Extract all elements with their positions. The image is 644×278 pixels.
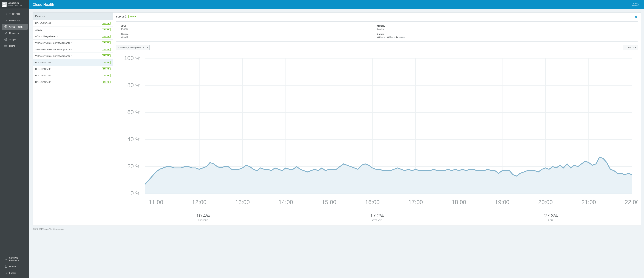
avatar	[2, 2, 7, 7]
device-row[interactable]: vCloud Usage Meter ›ONLINE	[33, 33, 113, 40]
svg-text:0 %: 0 %	[130, 190, 140, 197]
content-grid: Devices RDU-DASDJ01 ›ONLINEATLX3 ›ONLINE…	[32, 12, 641, 226]
status-badge: ONLINE	[102, 48, 111, 51]
device-name: vCloud Usage Meter ›	[35, 35, 58, 38]
sidebar-user[interactable]: John Smith Demo Customer	[0, 0, 30, 8]
chevron-right-icon: ›	[52, 61, 52, 64]
sidebar-item-feedback[interactable]: Send Us Feedback	[2, 255, 28, 263]
status-badge: ONLINE	[102, 61, 111, 64]
sidebar-item-billing[interactable]: Billing	[2, 43, 28, 49]
chevron-right-icon: ›	[52, 81, 52, 83]
status-badge: ONLINE	[102, 74, 111, 77]
sidebar-item-dashboard[interactable]: Dashboard	[2, 17, 28, 23]
device-row[interactable]: RDU-DASDJ04 ›ONLINE	[33, 72, 113, 79]
summary-peak: 27.3% PEAK	[464, 212, 638, 222]
svg-rect-5	[4, 45, 7, 47]
device-row[interactable]: RDU-DASDJ03 ›ONLINE	[33, 66, 113, 72]
brand-logo: WHOA .com	[631, 2, 641, 7]
device-name: RDU-DASDJ02 ›	[35, 61, 52, 64]
chevron-right-icon: ›	[71, 55, 72, 57]
sidebar-item-threats[interactable]: THREATS	[2, 11, 28, 17]
status-badge: ONLINE	[102, 68, 111, 70]
sidebar-item-recovery[interactable]: Recovery	[2, 30, 28, 36]
svg-text:21:00: 21:00	[582, 199, 596, 205]
svg-text:16:00: 16:00	[365, 199, 380, 205]
svg-text:15:00: 15:00	[322, 199, 336, 205]
device-row[interactable]: ATLX3 ›ONLINE	[33, 26, 113, 33]
sidebar-item-support[interactable]: Support	[2, 36, 28, 42]
sidebar-footer: Send Us FeedbackProfileLogout	[0, 251, 30, 278]
sidebar-item-profile[interactable]: Profile	[2, 264, 28, 270]
globe-icon	[4, 25, 8, 28]
svg-text:17:00: 17:00	[408, 199, 423, 205]
device-name: ATLX3 ›	[35, 28, 44, 31]
sidebar-item-logout[interactable]: Logout	[2, 270, 28, 276]
svg-point-6	[5, 259, 6, 259]
sidebar: John Smith Demo Customer THREATSDashboar…	[0, 0, 30, 278]
spec-cpus: CPUs 2 Cores	[120, 25, 377, 30]
sidebar-nav: THREATSDashboardCloud HealthRecoverySupp…	[0, 8, 30, 49]
sidebar-item-label: Billing	[9, 44, 16, 47]
sidebar-item-label: Dashboard	[9, 19, 20, 22]
main: Cloud Health WHOA .com Devices RDU-DASDJ…	[30, 0, 644, 278]
range-select[interactable]: 12 Hours	[623, 45, 638, 50]
device-row[interactable]: VMware vCenter Server Appliance ›ONLINE	[33, 40, 113, 46]
status-badge: ONLINE	[102, 35, 111, 38]
svg-text:14:00: 14:00	[278, 199, 293, 205]
metric-select[interactable]: CPU Usage Average Percent	[116, 45, 150, 50]
device-name: VMware vCenter Server Appliance ›	[35, 41, 72, 44]
device-name: VMware vCenter Server Appliance ›	[35, 48, 72, 51]
spec-uptime: Uptime 512Days 12Hours 19Minutes	[377, 33, 634, 38]
chevron-right-icon: ›	[52, 22, 52, 24]
device-row[interactable]: VMware vCenter Server Appliance ›ONLINE	[33, 53, 113, 59]
svg-text:100 %: 100 %	[124, 55, 140, 61]
status-badge: ONLINE	[102, 28, 111, 31]
close-button[interactable]	[634, 15, 638, 19]
chevron-right-icon: ›	[52, 74, 52, 77]
svg-text:40 %: 40 %	[127, 136, 140, 142]
svg-text:80 %: 80 %	[127, 82, 140, 88]
device-row[interactable]: VMware vCenter Server Appliance ›ONLINE	[33, 46, 113, 53]
chevron-right-icon: ›	[71, 41, 72, 44]
device-name: RDU-DASDJ04 ›	[35, 74, 52, 77]
user-name: John Smith	[8, 2, 22, 4]
device-name: RDU-DASDJ05 ›	[35, 81, 52, 83]
devices-panel: Devices RDU-DASDJ01 ›ONLINEATLX3 ›ONLINE…	[33, 12, 113, 226]
sidebar-item-label: Recovery	[9, 32, 19, 34]
topbar: Cloud Health WHOA .com	[30, 0, 644, 9]
status-badge: ONLINE	[102, 41, 111, 44]
gauge-icon	[4, 19, 8, 22]
status-badge: ONLINE	[102, 22, 111, 24]
svg-text:19:00: 19:00	[495, 199, 510, 205]
svg-point-7	[6, 259, 6, 259]
svg-text:20 %: 20 %	[127, 163, 140, 169]
close-icon	[634, 15, 637, 18]
svg-text:20:00: 20:00	[538, 199, 553, 205]
device-name: RDU-DASDJ03 ›	[35, 68, 52, 70]
detail-status-badge: ONLINE	[128, 15, 138, 18]
svg-point-4	[5, 39, 6, 40]
svg-text:22:00: 22:00	[625, 199, 638, 205]
user-icon	[4, 265, 8, 268]
copyright: © 2018 WHOA.com. All rights reserved.	[32, 228, 641, 230]
status-badge: ONLINE	[102, 54, 111, 57]
spec-label: CPUs	[120, 25, 377, 27]
chevron-right-icon: ›	[57, 35, 58, 37]
device-row[interactable]: RDU-DASDJ01 ›ONLINE	[33, 20, 113, 26]
spec-memory: Memory 1.00GB	[377, 25, 634, 30]
device-row[interactable]: RDU-DASDJ05 ›ONLINE	[33, 79, 113, 85]
logout-icon	[4, 271, 8, 275]
sidebar-item-label: Cloud Health	[9, 25, 22, 28]
device-row[interactable]: RDU-DASDJ02 ›ONLINE	[33, 59, 113, 66]
spec-label: Storage	[120, 33, 377, 35]
svg-text:WHOA: WHOA	[632, 5, 637, 6]
chat-icon	[4, 258, 8, 261]
detail-panel: server-1 ONLINE CPUs 2 Cores Storage	[113, 12, 641, 226]
lifebuoy-icon	[4, 38, 8, 41]
spec-storage: Storage 1.26GB	[120, 33, 377, 38]
svg-text:13:00: 13:00	[235, 199, 250, 205]
sidebar-item-label: Logout	[9, 272, 16, 274]
card-icon	[4, 44, 8, 47]
sidebar-item-cloud-health[interactable]: Cloud Health	[2, 24, 28, 30]
svg-text:12:00: 12:00	[192, 199, 206, 205]
